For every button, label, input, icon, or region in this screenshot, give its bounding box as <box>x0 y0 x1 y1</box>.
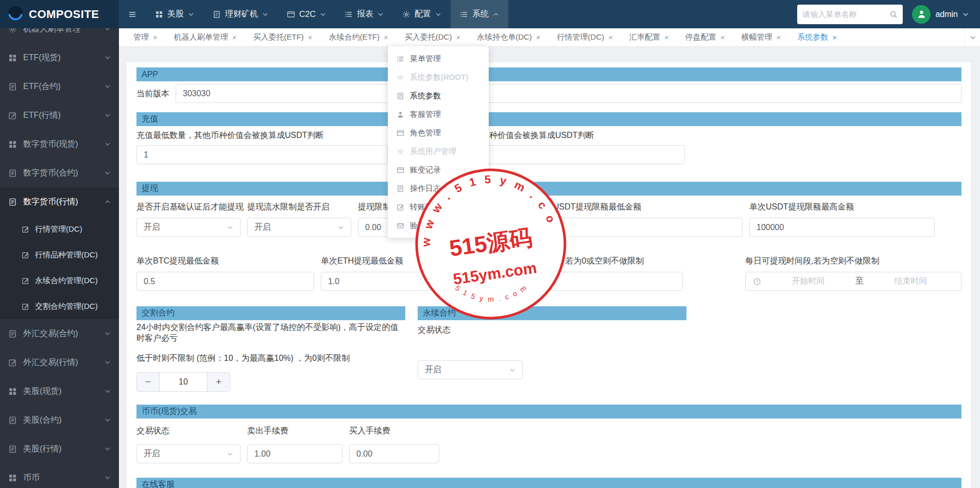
chevron-down-icon <box>105 417 111 423</box>
tab-overflow-button[interactable] <box>965 28 980 46</box>
section-header-service: 在线客服 <box>136 478 961 488</box>
tab-label: 行情管理(DC) <box>557 32 605 42</box>
chevron-down-icon <box>377 11 384 18</box>
tab-market-close-config[interactable]: 停盘配置× <box>677 32 733 42</box>
menu-search[interactable] <box>797 5 903 24</box>
eth-withdraw-min-input[interactable] <box>328 277 491 286</box>
tab-buy-order-etf[interactable]: 买入委托(ETF)× <box>245 32 321 42</box>
tab-close-icon[interactable]: × <box>384 33 388 42</box>
menu-item-operation-log[interactable]: 操作日志 <box>388 179 489 198</box>
tab-close-icon[interactable]: × <box>232 33 237 42</box>
app-logo[interactable]: COMPOSITE <box>0 0 119 28</box>
nav-report[interactable]: 报表 <box>335 0 393 28</box>
sidebar-item-forex-contract[interactable]: 外汇交易(合约) <box>0 319 119 348</box>
tab-close-icon[interactable]: × <box>720 33 725 42</box>
tab-manage[interactable]: 管理× <box>125 32 166 42</box>
sidebar-subitem-market-symbol-manage-dc[interactable]: 行情品种管理(DC) <box>0 242 119 268</box>
sidebar-toggle-button[interactable] <box>119 0 146 28</box>
chevron-down-icon <box>105 475 111 481</box>
search-icon[interactable] <box>889 10 898 19</box>
withdraw-time-range-picker[interactable]: 开始时间 至 结束时间 <box>745 272 961 291</box>
tab-close-icon[interactable]: × <box>664 33 669 42</box>
sidebar-item-etf-market[interactable]: ETF(行情) <box>0 101 119 130</box>
stepper-minus-button[interactable]: − <box>137 373 160 391</box>
tab-close-icon[interactable]: × <box>308 33 313 42</box>
page-content: APP 当前版本 充值 充值最低数量，其他币种 <box>119 47 980 488</box>
sell-fee-input[interactable] <box>254 449 335 459</box>
section-title: 币币(现货)交易 <box>142 406 197 417</box>
edit-icon <box>8 358 17 367</box>
tab-close-icon[interactable]: × <box>153 33 158 42</box>
tab-close-icon[interactable]: × <box>456 33 460 42</box>
tab-perpetual-position-dc[interactable]: 永续持仓单(DC)× <box>469 32 548 42</box>
menu-item-menu-manage[interactable]: 菜单管理 <box>388 49 489 68</box>
sidebar-item-etf-contract[interactable]: ETF(合约) <box>0 72 119 101</box>
sidebar-item-robot-order-manage[interactable]: 机器人刷单管理 <box>0 28 119 43</box>
tab-buy-order-dc[interactable]: 买入委托(DC)× <box>397 32 469 42</box>
tab-label: 永续持仓单(DC) <box>477 32 532 42</box>
nav-wealth-mining[interactable]: 理财矿机 <box>203 0 278 28</box>
sidebar-item-dc-spot[interactable]: 数字货币(现货) <box>0 130 119 159</box>
sidebar-item-dc-contract[interactable]: 数字货币(合约) <box>0 159 119 187</box>
tab-system-params[interactable]: 系统参数× <box>789 32 845 42</box>
menu-item-captcha-log[interactable]: 验证码日志 <box>388 216 489 235</box>
menu-item-system-user-manage[interactable]: 系统用户管理 <box>388 142 489 161</box>
tab-robot-order-manage[interactable]: 机器人刷单管理× <box>166 32 245 42</box>
sidebar-item-coin[interactable]: 币币 <box>0 463 119 488</box>
section-withdraw: 提现 是否开启基础认证后才能提现 开启 提现流水限制是否开启 <box>136 182 961 291</box>
tab-exchange-rate-config[interactable]: 汇率配置× <box>621 32 677 42</box>
tab-close-icon[interactable]: × <box>832 33 837 42</box>
sidebar-item-etf-spot[interactable]: ETF(现货) <box>0 43 119 72</box>
sidebar-item-label: 数字货币(现货) <box>23 139 78 150</box>
sidebar-item-us-stock-contract[interactable]: 美股(合约) <box>0 406 119 434</box>
menu-item-account-change-log[interactable]: 账变记录 <box>388 161 489 179</box>
stepper-plus-button[interactable]: + <box>207 373 230 391</box>
tab-close-icon[interactable]: × <box>777 33 781 42</box>
tab-perpetual-etf[interactable]: 永续合约(ETF)× <box>321 32 397 42</box>
withdraw-flow-limit-select[interactable]: 开启 <box>247 218 351 237</box>
tab-market-manage-dc[interactable]: 行情管理(DC)× <box>549 32 621 42</box>
nav-system[interactable]: 系统 <box>451 0 508 28</box>
menu-item-label: 账变记录 <box>410 165 441 175</box>
recharge-grid: 充值最低数量，其他币种价值会被换算成USDT判断 提现最低数量，其他币种价值会被… <box>136 130 961 164</box>
withdraw-row-2: 单次BTC提现最低金额 单次ETH提现最低金额 每日可提现次数 若为0或空则不做… <box>136 256 961 291</box>
sidebar-item-us-stock-spot[interactable]: 美股(现货) <box>0 377 119 406</box>
perpetual-trade-status-select[interactable]: 开启 <box>418 360 523 379</box>
start-time-placeholder[interactable]: 开始时间 <box>765 276 851 287</box>
version-input[interactable] <box>183 89 954 98</box>
basic-auth-withdraw-select[interactable]: 开启 <box>136 218 240 237</box>
usdt-withdraw-min-input[interactable] <box>544 223 735 232</box>
search-input[interactable] <box>802 10 886 19</box>
end-time-placeholder[interactable]: 结束时间 <box>868 276 954 287</box>
chevron-down-icon <box>509 367 515 373</box>
chevron-down-icon <box>105 28 111 32</box>
sidebar-subitem-label: 永续合约管理(DC) <box>35 276 98 286</box>
menu-item-role-manage[interactable]: 角色管理 <box>388 124 489 142</box>
user-menu[interactable]: admin <box>912 5 969 24</box>
section-header-withdraw: 提现 <box>136 182 961 196</box>
sidebar-subitem-delivery-manage-dc[interactable]: 交割合约管理(DC) <box>0 293 119 319</box>
sidebar-subitem-market-manage-dc[interactable]: 行情管理(DC) <box>0 216 119 242</box>
tab-close-icon[interactable]: × <box>608 33 613 42</box>
nav-config[interactable]: 配置 <box>393 0 451 28</box>
usdt-withdraw-max-input[interactable] <box>757 223 927 232</box>
sidebar-item-forex-market[interactable]: 外汇交易(行情) <box>0 348 119 377</box>
buy-fee-input[interactable] <box>356 449 432 459</box>
daily-withdraw-count-input[interactable] <box>512 277 676 286</box>
tab-close-icon[interactable]: × <box>536 33 541 42</box>
sidebar-item-us-stock-market[interactable]: 美股(行情) <box>0 434 119 463</box>
sidebar-item-dc-market[interactable]: 数字货币(行情) <box>0 187 119 216</box>
nav-us-stock[interactable]: 美股 <box>146 0 203 28</box>
stepper-value[interactable]: 10 <box>160 373 207 391</box>
system-icon <box>460 10 468 19</box>
btc-withdraw-min-input[interactable] <box>144 277 307 286</box>
nav-c2c[interactable]: C2C <box>278 0 335 28</box>
menu-item-system-params[interactable]: 系统参数 <box>388 86 489 105</box>
menu-item-customer-service-manage[interactable]: 客服管理 <box>388 105 489 124</box>
spot-trade-status-select[interactable]: 开启 <box>136 444 240 463</box>
recharge-min-input[interactable] <box>144 150 381 160</box>
sidebar-subitem-perpetual-manage-dc[interactable]: 永续合约管理(DC) <box>0 268 119 293</box>
tab-banner-manage[interactable]: 横幅管理× <box>733 32 789 42</box>
menu-item-transfer-convert-log[interactable]: 转账转换日志 <box>388 198 489 216</box>
menu-item-system-params-root[interactable]: 系统参数(ROOT) <box>388 68 489 86</box>
